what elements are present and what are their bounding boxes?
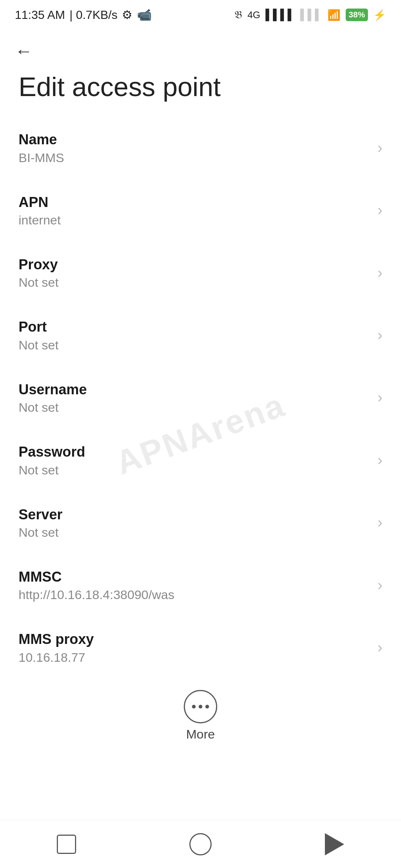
status-right: 𝔅 4G ▌▌▌▌ ▌▌▌ 📶 38% ⚡ <box>234 9 386 21</box>
dot1 <box>192 705 196 708</box>
signal-4g-icon: 4G <box>247 9 260 21</box>
settings-item-port[interactable]: Port Not set › <box>0 304 401 366</box>
bottom-nav <box>0 820 401 868</box>
chevron-icon-password: › <box>378 452 382 468</box>
nav-home-button[interactable] <box>189 833 212 855</box>
field-label-port: Port <box>19 318 370 336</box>
settings-item-mmsc[interactable]: MMSC http://10.16.18.4:38090/was › <box>0 554 401 616</box>
settings-icon: ⚙ <box>122 8 133 22</box>
settings-item-apn[interactable]: APN internet › <box>0 179 401 241</box>
back-icon <box>325 833 344 855</box>
back-row: ← <box>0 30 401 65</box>
chevron-icon-mmsc: › <box>378 577 382 594</box>
settings-item-server[interactable]: Server Not set › <box>0 491 401 554</box>
camera-icon: 📹 <box>137 8 152 22</box>
more-button-area: More <box>0 679 401 749</box>
settings-item-name[interactable]: Name BI-MMS › <box>0 116 401 179</box>
dot2 <box>199 705 202 708</box>
chevron-icon-proxy: › <box>378 264 382 281</box>
field-label-name: Name <box>19 131 370 149</box>
field-value-server: Not set <box>19 525 370 540</box>
chevron-icon-username: › <box>378 389 382 406</box>
settings-item-username[interactable]: Username Not set › <box>0 366 401 429</box>
field-value-password: Not set <box>19 463 370 477</box>
field-value-mmsc: http://10.16.18.4:38090/was <box>19 588 370 602</box>
field-value-apn: internet <box>19 213 370 227</box>
field-label-mmsc: MMSC <box>19 568 370 586</box>
chevron-icon-mms-proxy: › <box>378 639 382 656</box>
field-value-name: BI-MMS <box>19 151 370 165</box>
dot3 <box>205 705 209 708</box>
status-left: 11:35 AM | 0.7KB/s ⚙ 📹 <box>15 8 152 22</box>
more-button[interactable] <box>184 690 217 723</box>
field-value-username: Not set <box>19 400 370 415</box>
settings-list: Name BI-MMS › APN internet › Proxy Not s… <box>0 116 401 679</box>
more-label: More <box>186 727 215 742</box>
page-title: Edit access point <box>0 65 401 116</box>
settings-item-mms-proxy[interactable]: MMS proxy 10.16.18.77 › <box>0 616 401 678</box>
speed-display: | 0.7KB/s <box>69 8 117 22</box>
charging-icon: ⚡ <box>373 9 386 21</box>
wifi-icon: 📶 <box>327 9 340 21</box>
field-label-proxy: Proxy <box>19 256 370 274</box>
back-button[interactable]: ← <box>15 41 33 61</box>
status-bar: 11:35 AM | 0.7KB/s ⚙ 📹 𝔅 4G ▌▌▌▌ ▌▌▌ 📶 3… <box>0 0 401 30</box>
chevron-icon-name: › <box>378 139 382 156</box>
nav-recents-button[interactable] <box>57 835 76 854</box>
battery-indicator: 38% <box>346 9 368 21</box>
bluetooth-icon: 𝔅 <box>234 9 242 21</box>
field-label-server: Server <box>19 506 370 524</box>
time-display: 11:35 AM <box>15 8 65 22</box>
field-label-password: Password <box>19 443 370 461</box>
settings-item-proxy[interactable]: Proxy Not set › <box>0 241 401 304</box>
field-value-mms-proxy: 10.16.18.77 <box>19 650 370 665</box>
signal-bars2-icon: ▌▌▌ <box>300 9 322 21</box>
chevron-icon-server: › <box>378 514 382 531</box>
settings-item-password[interactable]: Password Not set › <box>0 429 401 491</box>
field-label-username: Username <box>19 381 370 399</box>
field-label-apn: APN <box>19 193 370 211</box>
chevron-icon-port: › <box>378 327 382 343</box>
chevron-icon-apn: › <box>378 202 382 218</box>
field-value-proxy: Not set <box>19 275 370 290</box>
recents-icon <box>57 835 76 854</box>
signal-bars-icon: ▌▌▌▌ <box>265 9 295 21</box>
field-label-mms-proxy: MMS proxy <box>19 630 370 648</box>
field-value-port: Not set <box>19 338 370 352</box>
nav-back-button[interactable] <box>325 833 344 855</box>
home-icon <box>189 833 212 855</box>
